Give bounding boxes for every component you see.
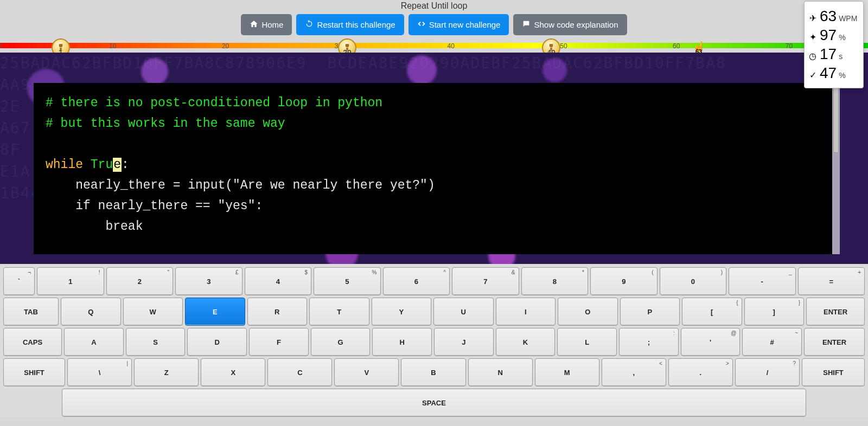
new-challenge-label: Start new challenge	[429, 20, 501, 29]
key-`[interactable]: `¬	[3, 267, 35, 295]
key-=[interactable]: =+	[798, 267, 865, 295]
key-b[interactable]: B	[401, 358, 465, 386]
progress-unit: %	[839, 71, 845, 80]
key-4[interactable]: 4$	[245, 267, 312, 295]
key-x[interactable]: X	[201, 358, 265, 386]
keyboard-row-1: `¬1!2"3£4$5%6^7&8*9(0)-_=+	[3, 267, 865, 295]
key-1[interactable]: 1!	[37, 267, 104, 295]
key-/[interactable]: /?	[735, 358, 800, 386]
scrollbar-thumb[interactable]	[833, 85, 839, 153]
key-w[interactable]: W	[123, 298, 183, 326]
key-tab[interactable]: TAB	[3, 298, 59, 326]
key-enter[interactable]: ENTER	[806, 298, 865, 326]
key-v[interactable]: V	[334, 358, 399, 386]
wpm-value: 63	[820, 8, 837, 25]
key-z[interactable]: Z	[134, 358, 199, 386]
progress-tick: 50	[560, 42, 567, 50]
key-f[interactable]: F	[249, 328, 309, 356]
key-.[interactable]: .>	[668, 358, 733, 386]
key-r[interactable]: R	[247, 298, 308, 326]
key-0[interactable]: 0)	[660, 267, 727, 295]
key-sub-label: {	[736, 300, 738, 306]
key-t[interactable]: T	[309, 298, 369, 326]
time-value: 17	[820, 46, 837, 63]
page-title: Repeat Until loop	[0, 0, 868, 14]
code-blank-line	[46, 134, 820, 154]
home-button[interactable]: Home	[241, 14, 292, 35]
key-u[interactable]: U	[433, 298, 494, 326]
send-icon: ✈	[808, 13, 818, 23]
key-j[interactable]: J	[434, 328, 494, 356]
key-space[interactable]: SPACE	[62, 389, 806, 417]
accuracy-unit: %	[839, 33, 845, 42]
code-icon	[417, 20, 426, 30]
toolbar: Home Restart this challenge Start new ch…	[0, 14, 868, 35]
comment-icon	[522, 20, 531, 30]
progress-tick: 70	[786, 42, 793, 50]
virtual-keyboard: `¬1!2"3£4$5%6^7&8*9(0)-_=+ TABQWERTYUIOP…	[0, 264, 868, 417]
clock-icon: ◷	[808, 51, 818, 61]
key-shift[interactable]: SHIFT	[802, 358, 865, 386]
key-e[interactable]: E	[185, 298, 245, 326]
key-#[interactable]: #~	[742, 328, 802, 356]
key-[[interactable]: [{	[682, 298, 742, 326]
key-][interactable]: ]}	[744, 298, 805, 326]
key-sub-label: @	[731, 330, 736, 336]
typed-tru: Tru	[83, 158, 113, 172]
keyboard-row-3: CAPSASDFGHJKL;:'@#~ENTER	[3, 328, 865, 356]
key-sub-label: "	[167, 269, 169, 275]
key-shift[interactable]: SHIFT	[3, 358, 65, 386]
key-,[interactable]: ,<	[602, 358, 666, 386]
key-p[interactable]: P	[620, 298, 680, 326]
key-;[interactable]: ;:	[619, 328, 679, 356]
key-n[interactable]: N	[468, 358, 533, 386]
stat-progress: ✓ 47 %	[808, 64, 860, 82]
key-enter[interactable]: ENTER	[804, 328, 865, 356]
explain-label: Show code explanation	[534, 20, 618, 29]
key-y[interactable]: Y	[372, 298, 432, 326]
stat-wpm: ✈ 63 WPM	[808, 8, 860, 25]
key-5[interactable]: 5%	[314, 267, 381, 295]
key-m[interactable]: M	[535, 358, 599, 386]
stat-accuracy: ✦ 97 %	[808, 27, 860, 44]
key-i[interactable]: I	[496, 298, 556, 326]
key-sub-label: %	[372, 269, 377, 275]
explain-button[interactable]: Show code explanation	[513, 14, 627, 35]
key-8[interactable]: 8*	[521, 267, 589, 295]
restart-button[interactable]: Restart this challenge	[296, 14, 404, 35]
progress-tick: 20	[222, 42, 229, 50]
key-sub-label: ¬	[28, 269, 31, 275]
key--[interactable]: -_	[729, 267, 796, 295]
key-q[interactable]: Q	[61, 298, 121, 326]
key-h[interactable]: H	[372, 328, 432, 356]
key-9[interactable]: 9(	[590, 267, 658, 295]
key-6[interactable]: 6^	[383, 267, 450, 295]
key-s[interactable]: S	[126, 328, 186, 356]
key-d[interactable]: D	[187, 328, 247, 356]
code-line-3: while True:	[46, 154, 820, 175]
key-sub-label: &	[512, 269, 515, 275]
key-l[interactable]: L	[557, 328, 617, 356]
key-a[interactable]: A	[64, 328, 124, 356]
key-o[interactable]: O	[558, 298, 618, 326]
key-sub-label: _	[789, 269, 792, 275]
key-\[interactable]: \|	[67, 358, 132, 386]
key-caps[interactable]: CAPS	[3, 328, 62, 356]
key-3[interactable]: 3£	[175, 267, 242, 295]
key-7[interactable]: 7&	[452, 267, 519, 295]
key-sub-label: <	[659, 360, 662, 366]
key-k[interactable]: K	[496, 328, 556, 356]
time-unit: s	[839, 52, 843, 61]
code-panel[interactable]: # there is no post-conditioned loop in p…	[34, 83, 832, 254]
keyboard-row-2: TABQWERTYUIOP[{]}ENTER	[3, 298, 865, 326]
key-c[interactable]: C	[267, 358, 332, 386]
progress-value: 47	[820, 64, 837, 82]
code-line-5: if nearly_there == "yes":	[46, 196, 820, 216]
home-icon	[250, 20, 258, 30]
key-g[interactable]: G	[311, 328, 371, 356]
key-2[interactable]: 2"	[106, 267, 174, 295]
new-challenge-button[interactable]: Start new challenge	[409, 14, 509, 35]
scrollbar[interactable]	[832, 83, 840, 254]
home-label: Home	[261, 20, 283, 29]
key-'[interactable]: '@	[681, 328, 741, 356]
